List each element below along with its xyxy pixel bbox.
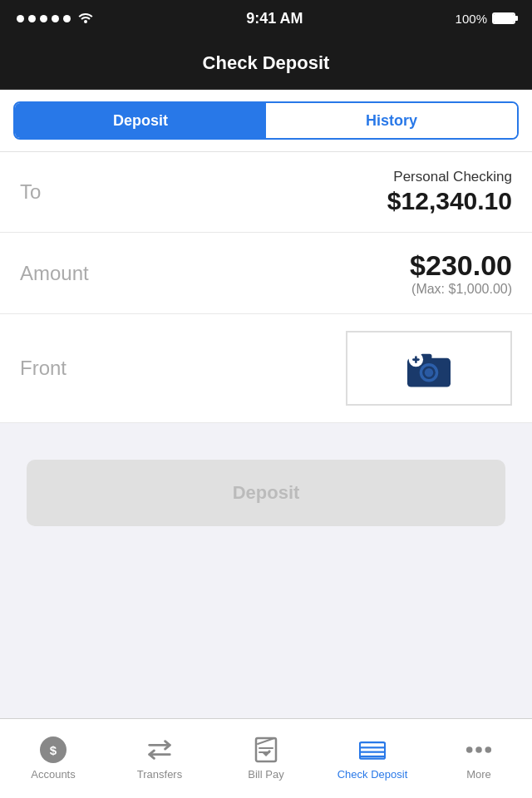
segment-history[interactable]: History	[266, 103, 517, 138]
to-label: To	[20, 180, 41, 204]
nav-bar: Check Deposit	[0, 37, 532, 90]
transfers-label: Transfers	[137, 768, 182, 781]
svg-point-17	[485, 746, 492, 753]
tab-more[interactable]: More	[426, 719, 532, 798]
account-name: Personal Checking	[387, 169, 512, 185]
checkdeposit-icon	[359, 736, 386, 763]
svg-point-16	[475, 746, 482, 753]
accounts-icon: $	[40, 736, 66, 763]
camera-button[interactable]	[346, 331, 512, 406]
account-balance: $12,340.10	[387, 187, 512, 214]
billpay-icon	[253, 736, 279, 763]
deposit-button[interactable]: Deposit	[27, 460, 505, 526]
segment-control: Deposit History	[13, 101, 519, 140]
battery-icon	[492, 12, 515, 24]
amount-label: Amount	[20, 262, 89, 285]
tab-accounts[interactable]: $ Accounts	[0, 719, 106, 798]
tab-transfers[interactable]: Transfers	[106, 719, 213, 798]
svg-point-3	[425, 368, 433, 377]
tab-billpay[interactable]: Bill Pay	[213, 719, 319, 798]
amount-max: (Max: $1,000.00)	[410, 282, 512, 297]
more-label: More	[466, 768, 491, 781]
amount-value: $230.00	[410, 249, 512, 282]
nav-title: Check Deposit	[203, 52, 330, 74]
status-bar: 9:41 AM 100%	[0, 0, 532, 37]
svg-text:$: $	[50, 743, 57, 757]
checkdeposit-label: Check Deposit	[337, 768, 408, 781]
camera-icon	[402, 347, 456, 390]
to-row[interactable]: To Personal Checking $12,340.10	[0, 152, 532, 233]
deposit-btn-container: Deposit	[0, 440, 532, 546]
tab-bar: $ Accounts Transfers	[0, 718, 532, 798]
svg-rect-7	[415, 356, 417, 363]
amount-info: $230.00 (Max: $1,000.00)	[410, 249, 512, 297]
camera-icon-wrap	[402, 347, 456, 390]
status-left	[17, 10, 94, 27]
front-label: Front	[20, 357, 66, 380]
signal-dots	[17, 15, 71, 22]
tab-checkdeposit[interactable]: Check Deposit	[319, 719, 426, 798]
more-icon	[466, 736, 492, 763]
account-info: Personal Checking $12,340.10	[387, 169, 512, 215]
wifi-icon	[77, 10, 94, 27]
svg-point-15	[466, 746, 473, 753]
status-time: 9:41 AM	[246, 10, 303, 27]
segment-container: Deposit History	[0, 90, 532, 152]
content-area: To Personal Checking $12,340.10 Amount $…	[0, 152, 532, 423]
section-separator	[0, 423, 532, 440]
amount-row[interactable]: Amount $230.00 (Max: $1,000.00)	[0, 233, 532, 314]
segment-deposit[interactable]: Deposit	[15, 103, 266, 138]
transfers-icon	[146, 736, 173, 763]
battery-percent: 100%	[456, 12, 487, 26]
billpay-label: Bill Pay	[248, 768, 283, 781]
front-row: Front	[0, 314, 532, 423]
status-right: 100%	[456, 12, 515, 26]
accounts-label: Accounts	[31, 768, 75, 781]
